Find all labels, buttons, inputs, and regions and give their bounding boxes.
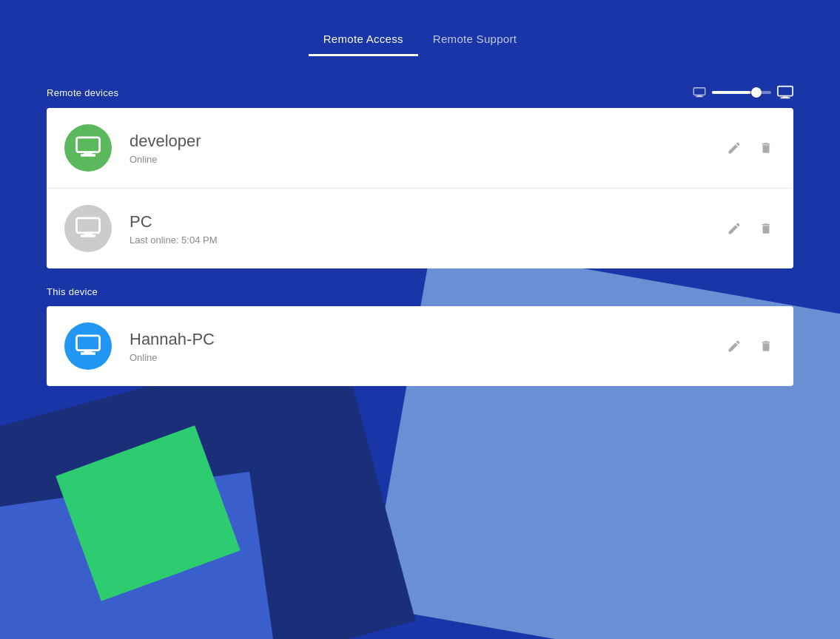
avatar-developer <box>64 124 112 172</box>
edit-button-pc[interactable] <box>724 218 745 239</box>
device-status-hannah-pc: Online <box>130 352 724 363</box>
tab-bar: Remote Access Remote Support <box>47 0 793 56</box>
avatar-pc <box>64 205 112 252</box>
size-slider[interactable] <box>712 91 771 94</box>
avatar-hannah-pc <box>64 322 112 370</box>
device-actions-pc <box>724 218 776 239</box>
large-grid-icon <box>777 86 793 99</box>
device-actions-developer <box>724 138 776 158</box>
svg-rect-0 <box>693 88 705 95</box>
device-info-hannah-pc: Hannah-PC Online <box>130 330 724 363</box>
svg-rect-12 <box>76 336 99 351</box>
device-actions-hannah-pc <box>724 336 776 356</box>
this-device-label: This device <box>47 286 98 297</box>
device-row-developer: developer Online <box>47 108 793 189</box>
this-device-card: Hannah-PC Online <box>47 306 793 386</box>
device-info-pc: PC Last online: 5:04 PM <box>130 212 724 246</box>
svg-rect-6 <box>76 138 99 152</box>
svg-rect-3 <box>778 87 793 96</box>
device-row-hannah-pc: Hannah-PC Online <box>47 306 793 386</box>
device-status-developer: Online <box>130 154 724 165</box>
remote-devices-header: Remote devices <box>47 86 793 99</box>
svg-rect-9 <box>76 218 99 233</box>
delete-button-hannah-pc[interactable] <box>756 336 776 356</box>
small-grid-icon <box>693 87 706 98</box>
device-info-developer: developer Online <box>130 132 724 165</box>
tab-remote-access[interactable]: Remote Access <box>309 24 418 56</box>
device-row-pc: PC Last online: 5:04 PM <box>47 189 793 268</box>
remote-devices-label: Remote devices <box>47 87 118 98</box>
tab-remote-support[interactable]: Remote Support <box>418 24 531 56</box>
device-name-hannah-pc: Hannah-PC <box>130 330 724 349</box>
remote-devices-card: developer Online <box>47 108 793 268</box>
edit-button-hannah-pc[interactable] <box>724 336 745 356</box>
edit-button-developer[interactable] <box>724 138 745 158</box>
delete-button-developer[interactable] <box>756 138 776 158</box>
device-name-developer: developer <box>130 132 724 151</box>
size-control <box>693 86 793 99</box>
delete-button-pc[interactable] <box>756 218 776 239</box>
device-name-pc: PC <box>130 212 724 231</box>
this-device-header: This device <box>47 286 793 297</box>
device-status-pc: Last online: 5:04 PM <box>130 234 724 246</box>
